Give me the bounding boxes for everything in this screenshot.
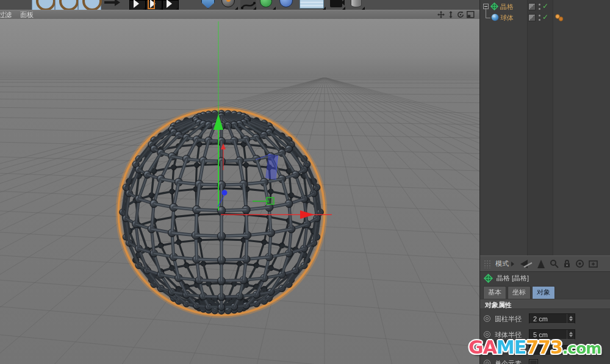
camera-object-icon[interactable]	[329, 0, 345, 10]
prop-row-cylinder-radius: 圆柱半径 2 cm	[480, 313, 610, 324]
lattice-object-icon	[490, 2, 498, 10]
enabled-check-icon[interactable]: ✓	[542, 13, 548, 21]
object-label[interactable]: 晶格	[500, 2, 514, 12]
rotate-tool-button[interactable]	[78, 0, 101, 10]
move-tool-button[interactable]	[32, 0, 55, 10]
mode-menu[interactable]: 模式	[495, 259, 509, 268]
palette-grip[interactable]	[484, 260, 492, 268]
dolly-icon[interactable]	[447, 11, 454, 18]
visibility-dots[interactable]	[539, 3, 541, 10]
visibility-dots[interactable]	[539, 14, 541, 21]
scale-tool-button[interactable]	[55, 0, 78, 10]
generator-sphere-icon[interactable]	[220, 0, 238, 10]
render-settings-button[interactable]	[162, 0, 179, 10]
rotate-view-icon[interactable]	[457, 11, 464, 18]
sphere-object-icon	[491, 13, 499, 21]
mode-caret-icon	[511, 262, 514, 266]
primitive-sphere-icon[interactable]	[278, 0, 295, 10]
watermark: GAME773.com	[468, 337, 601, 358]
lock-icon[interactable]	[563, 259, 571, 268]
3d-viewport[interactable]	[0, 19, 479, 364]
pan-icon[interactable]	[437, 11, 445, 18]
orange-dots-tag-icon[interactable]	[554, 13, 564, 22]
object-manager: 晶格 ✓ 球体 ✓	[480, 0, 610, 255]
toggle-view-icon[interactable]	[467, 11, 475, 18]
attr-tabs: 基本 坐标 对象	[483, 286, 555, 299]
floor-object-icon[interactable]	[299, 0, 326, 10]
keyframe-circle-icon[interactable]	[484, 315, 490, 322]
search-icon[interactable]	[550, 259, 559, 268]
viewport-menubar: 过滤 面板	[0, 10, 479, 19]
right-panel: 晶格 ✓ 球体 ✓ 模式 晶格 [晶格]	[479, 0, 610, 364]
object-row-sphere[interactable]: 球体 ✓	[480, 12, 610, 23]
om-toggle-column	[527, 0, 553, 255]
selection-tool-icon[interactable]	[12, 0, 28, 10]
history-forward-icon[interactable]	[537, 259, 545, 269]
keyframe-circle-icon[interactable]	[484, 360, 490, 364]
new-panel-icon[interactable]	[589, 260, 598, 268]
single-element-checkbox[interactable]	[529, 359, 538, 364]
menu-filter[interactable]: 过滤	[0, 10, 12, 20]
tab-basic[interactable]: 基本	[483, 286, 506, 299]
enabled-check-icon[interactable]: ✓	[542, 2, 548, 10]
object-row-lattice[interactable]: 晶格 ✓	[480, 1, 610, 12]
attr-object-title: 晶格 [晶格]	[497, 274, 529, 283]
menu-panel[interactable]: 面板	[20, 10, 34, 20]
environment-object-icon[interactable]	[349, 0, 365, 10]
cylinder-radius-field[interactable]: 2 cm	[529, 313, 575, 324]
lattice-object-icon	[484, 274, 493, 283]
history-back-icon[interactable]	[519, 259, 533, 269]
prop-row-single-element: 单个元素	[480, 358, 610, 364]
modeling-generator-icon[interactable]	[259, 0, 276, 10]
spinner[interactable]	[567, 314, 575, 323]
render-picture-viewer-button[interactable]	[146, 0, 162, 10]
target-icon[interactable]	[575, 259, 584, 268]
object-label[interactable]: 球体	[500, 13, 514, 23]
layer-color-square[interactable]	[528, 3, 536, 10]
section-object-properties[interactable]: 对象属性	[480, 299, 610, 309]
render-view-button[interactable]	[129, 0, 146, 10]
main-toolbar	[0, 0, 479, 10]
mode-toolbar: 模式	[480, 255, 610, 272]
coord-system-icon[interactable]	[102, 0, 122, 10]
tab-object[interactable]: 对象	[532, 286, 555, 299]
tab-coordinates[interactable]: 坐标	[508, 286, 531, 299]
subdivision-surface-icon[interactable]	[200, 0, 217, 10]
layer-color-square[interactable]	[528, 14, 536, 21]
spline-tool-icon[interactable]	[240, 0, 256, 10]
